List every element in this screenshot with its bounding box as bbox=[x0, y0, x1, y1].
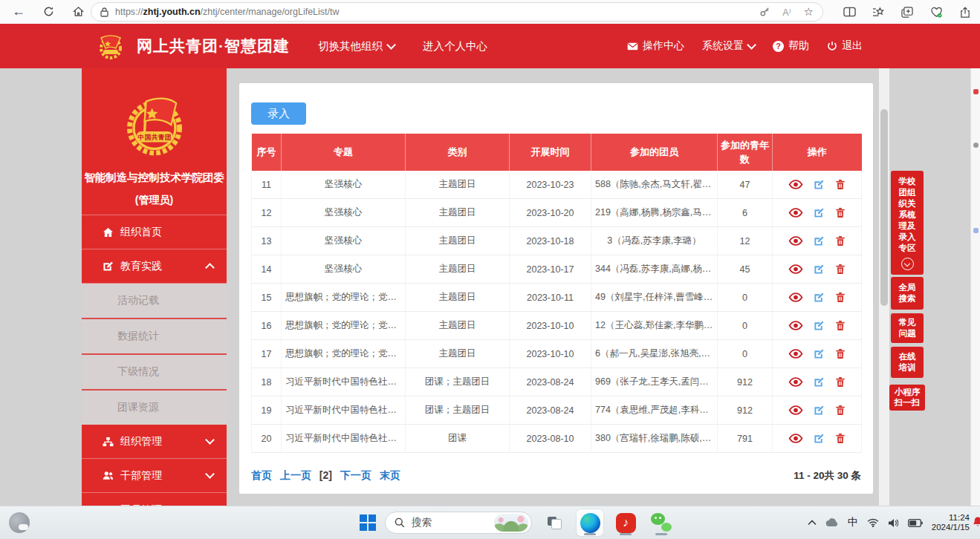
edit-icon[interactable] bbox=[814, 376, 825, 388]
edge-sidebar-strip bbox=[970, 68, 980, 506]
password-key-icon[interactable] bbox=[759, 7, 770, 17]
circle-chevron-down-icon bbox=[901, 258, 914, 270]
back-icon[interactable]: ← bbox=[9, 1, 28, 21]
view-icon[interactable] bbox=[788, 434, 803, 443]
table-row: 20习近平新时代中国特色社会...团课2023-08-10380（宫瑞轩,徐瑞鹏… bbox=[252, 425, 862, 453]
wechat-taskbar-icon[interactable] bbox=[648, 509, 675, 536]
sidebar-item-org-home[interactable]: 组织首页 bbox=[82, 215, 227, 249]
volume-icon[interactable] bbox=[888, 518, 899, 528]
favorites-bar-icon[interactable] bbox=[871, 4, 886, 19]
lock-icon bbox=[100, 7, 108, 17]
view-icon[interactable] bbox=[788, 377, 803, 387]
edge-taskbar-icon[interactable] bbox=[577, 509, 603, 536]
edit-icon[interactable] bbox=[814, 292, 825, 303]
search-placeholder: 搜索 bbox=[412, 516, 494, 529]
scrollbar-thumb[interactable] bbox=[880, 109, 888, 306]
view-icon[interactable] bbox=[788, 349, 803, 359]
home-icon[interactable] bbox=[68, 1, 88, 21]
action-center-link[interactable]: 操作中心 bbox=[627, 39, 684, 53]
view-icon[interactable] bbox=[788, 236, 803, 246]
sidebar-item-member-management[interactable]: 团员管理 bbox=[82, 493, 227, 506]
notification-bell-icon[interactable] bbox=[972, 516, 980, 528]
cell-seq: 20 bbox=[252, 425, 282, 453]
tray-expand-icon[interactable] bbox=[808, 520, 817, 526]
read-aloud-icon[interactable]: A⁾ bbox=[782, 7, 791, 18]
address-bar[interactable]: https://zhtj.youth.cn/zhtj/center/manage… bbox=[91, 2, 823, 22]
taskbar-search[interactable]: 搜索 bbox=[385, 512, 532, 534]
delete-icon[interactable] bbox=[835, 433, 846, 444]
col-topic: 专题 bbox=[282, 134, 406, 171]
share-icon[interactable] bbox=[958, 4, 973, 19]
view-icon[interactable] bbox=[788, 293, 803, 302]
enter-record-button[interactable]: 录入 bbox=[251, 102, 306, 125]
page-first-link[interactable]: 首页 bbox=[251, 469, 272, 481]
personal-center-link[interactable]: 进入个人中心 bbox=[423, 39, 487, 53]
onedrive-cloud-icon[interactable] bbox=[825, 518, 839, 527]
page-scrollbar[interactable] bbox=[879, 68, 889, 506]
delete-icon[interactable] bbox=[835, 376, 846, 388]
sidebar-app-icon[interactable] bbox=[973, 228, 979, 233]
sidebar-item-league-class-resources[interactable]: 团课资源 bbox=[82, 391, 227, 425]
cell-topic: 坚强核心 bbox=[282, 255, 406, 284]
edit-icon[interactable] bbox=[814, 235, 825, 246]
browser-essentials-icon[interactable] bbox=[929, 4, 944, 19]
sidebar-item-activity-records[interactable]: 活动记载 bbox=[82, 284, 227, 319]
edit-icon[interactable] bbox=[814, 433, 825, 444]
refresh-icon[interactable] bbox=[39, 1, 58, 21]
cell-youth-count: 0 bbox=[718, 340, 773, 368]
sidebar-app-icon[interactable] bbox=[973, 143, 979, 148]
view-icon[interactable] bbox=[788, 208, 803, 218]
delete-icon[interactable] bbox=[835, 264, 846, 275]
weather-widget-icon[interactable] bbox=[9, 512, 30, 533]
split-screen-icon[interactable] bbox=[842, 4, 857, 19]
edit-icon[interactable] bbox=[814, 405, 825, 416]
netease-music-icon: ♪ bbox=[616, 513, 636, 533]
sidebar-item-subordinate-status[interactable]: 下级情况 bbox=[82, 355, 227, 391]
banner-school-org-entry[interactable]: 学校团组织关系梳理及录入专区 bbox=[891, 171, 924, 275]
banner-global-search[interactable]: 全局搜索 bbox=[891, 277, 924, 310]
view-icon[interactable] bbox=[788, 180, 803, 189]
sidebar-item-data-statistics[interactable]: 数据统计 bbox=[82, 319, 227, 355]
delete-icon[interactable] bbox=[835, 235, 846, 246]
edit-icon[interactable] bbox=[814, 207, 825, 218]
edit-icon[interactable] bbox=[814, 264, 825, 275]
system-settings-menu[interactable]: 系统设置 bbox=[702, 39, 755, 53]
delete-icon[interactable] bbox=[835, 179, 846, 190]
logout-link[interactable]: 退出 bbox=[827, 39, 863, 53]
page-next-link[interactable]: 下一页 bbox=[340, 469, 371, 481]
delete-icon[interactable] bbox=[835, 348, 846, 359]
page-prev-link[interactable]: 上一页 bbox=[280, 469, 311, 481]
switch-org-menu[interactable]: 切换其他组织 bbox=[318, 39, 395, 53]
edit-icon[interactable] bbox=[814, 179, 825, 190]
battery-icon[interactable] bbox=[908, 519, 923, 527]
wifi-icon[interactable] bbox=[867, 518, 879, 527]
banner-online-training[interactable]: 在线培训 bbox=[891, 347, 924, 378]
collections-icon[interactable] bbox=[900, 4, 915, 19]
edit-icon[interactable] bbox=[814, 348, 825, 359]
help-link[interactable]: ?帮助 bbox=[773, 39, 809, 53]
view-icon[interactable] bbox=[788, 405, 803, 415]
page-last-link[interactable]: 末页 bbox=[380, 469, 400, 481]
view-icon[interactable] bbox=[788, 321, 803, 330]
banner-miniprogram-scan[interactable]: 小程序扫一扫 bbox=[889, 385, 925, 411]
task-view-button[interactable] bbox=[541, 509, 568, 536]
cell-category: 主题团日 bbox=[406, 171, 510, 199]
sidebar-item-education-practice[interactable]: 教育实践 bbox=[82, 249, 227, 284]
clock[interactable]: 11:242024/1/15 bbox=[932, 513, 970, 532]
sidebar-item-cadre-management[interactable]: 干部管理 bbox=[82, 459, 227, 493]
delete-icon[interactable] bbox=[835, 320, 846, 331]
sidebar-item-org-management[interactable]: 组织管理 bbox=[82, 425, 227, 459]
delete-icon[interactable] bbox=[835, 292, 846, 303]
edit-icon[interactable] bbox=[814, 320, 825, 331]
banner-faq[interactable]: 常见问题 bbox=[891, 313, 924, 343]
music-app-taskbar-icon[interactable]: ♪ bbox=[612, 509, 639, 536]
cell-category: 团课；主题团日 bbox=[406, 396, 510, 425]
sidebar-submenu: 活动记载 数据统计 下级情况 团课资源 bbox=[82, 284, 227, 425]
favorite-star-icon[interactable]: ☆ bbox=[804, 5, 814, 19]
start-button[interactable] bbox=[360, 514, 376, 531]
view-icon[interactable] bbox=[788, 264, 803, 274]
delete-icon[interactable] bbox=[835, 405, 846, 416]
ime-indicator[interactable]: 中 bbox=[848, 516, 858, 529]
sidebar-app-icon[interactable] bbox=[973, 89, 979, 94]
delete-icon[interactable] bbox=[835, 207, 846, 218]
